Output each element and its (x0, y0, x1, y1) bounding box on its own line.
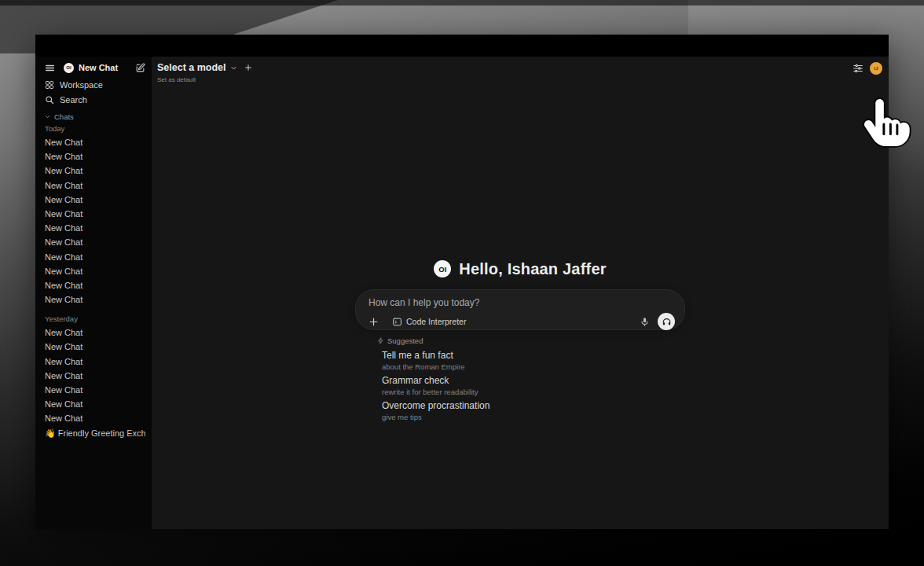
workspace-icon (45, 80, 54, 90)
sidebar-item-search[interactable]: Search (45, 92, 145, 107)
code-interpreter-label: Code Interpreter (406, 317, 466, 326)
chat-item[interactable]: New Chat (45, 250, 145, 264)
chat-group-label-today: Today (45, 123, 145, 135)
window-body: OI New Chat Workspace Search (35, 57, 889, 529)
chat-item[interactable]: New Chat (45, 411, 145, 425)
bolt-icon (377, 337, 384, 344)
composer-placeholder[interactable]: How can I help you today? (368, 297, 675, 308)
chevron-down-icon (45, 114, 50, 119)
suggested-header: Suggested (377, 335, 685, 346)
sidebar: OI New Chat Workspace Search (35, 57, 152, 529)
chat-item[interactable]: New Chat (45, 264, 145, 278)
voice-call-button[interactable] (658, 313, 675, 330)
message-composer[interactable]: How can I help you today? Code Interpret… (355, 289, 685, 330)
chat-item[interactable]: New Chat (45, 369, 145, 383)
chat-item[interactable]: New Chat (45, 193, 145, 207)
chat-item[interactable]: New Chat (45, 207, 145, 221)
chat-item[interactable]: New Chat (45, 149, 145, 164)
chat-item[interactable]: New Chat (45, 278, 145, 292)
chevron-down-icon (230, 64, 237, 72)
workspace-label: Workspace (60, 80, 103, 90)
chat-item[interactable]: New Chat (45, 135, 145, 149)
top-right-controls: IJ (852, 62, 882, 75)
chat-item[interactable]: New Chat (45, 383, 145, 397)
user-avatar[interactable]: IJ (870, 62, 882, 75)
welcome-section: OI Hello, Ishaan Jaffer How can I help y… (355, 259, 685, 421)
app-window: OI New Chat Workspace Search (35, 35, 889, 529)
chats-section-header[interactable]: Chats (45, 110, 145, 123)
app-logo: OI (64, 63, 74, 73)
suggested-label: Suggested (387, 336, 423, 345)
prompt-title: Tell me a fun fact (382, 350, 685, 361)
sidebar-title: New Chat (79, 63, 118, 72)
model-selector-label: Select a model (157, 62, 226, 73)
terminal-icon (392, 317, 402, 327)
background-shape (0, 0, 924, 6)
chats-label: Chats (54, 112, 74, 121)
code-interpreter-toggle[interactable]: Code Interpreter (392, 317, 466, 327)
chat-item[interactable]: New Chat (45, 221, 145, 235)
settings-sliders-icon[interactable] (852, 63, 864, 74)
composer-toolbar: Code Interpreter (368, 312, 675, 331)
prompt-title: Overcome procrastination (382, 400, 685, 411)
prompt-title: Grammar check (382, 375, 685, 386)
sidebar-header: OI New Chat (45, 61, 145, 74)
search-icon (45, 95, 54, 105)
sidebar-toggle-icon[interactable] (45, 63, 55, 73)
headphones-icon (662, 317, 672, 327)
new-chat-icon[interactable] (135, 63, 145, 73)
chat-item[interactable]: New Chat (45, 292, 145, 307)
chat-item[interactable]: New Chat (45, 235, 145, 249)
chat-item[interactable]: New Chat (45, 355, 145, 369)
sidebar-item-workspace[interactable]: Workspace (45, 77, 145, 92)
window-top-bar (35, 35, 889, 57)
prompt-subtitle: give me tips (382, 413, 685, 421)
add-model-icon[interactable] (244, 64, 252, 72)
chat-item[interactable]: New Chat (45, 340, 145, 354)
app-logo: OI (434, 260, 451, 277)
set-as-default-button[interactable]: Set as default (157, 76, 252, 83)
microphone-icon[interactable] (640, 317, 650, 327)
suggested-prompt[interactable]: Grammar check rewrite it for better read… (377, 375, 685, 396)
search-label: Search (60, 95, 87, 105)
chat-item[interactable]: New Chat (45, 178, 145, 193)
attach-plus-icon[interactable] (368, 317, 379, 327)
chat-item[interactable]: New Chat (45, 397, 145, 411)
suggested-prompt[interactable]: Tell me a fun fact about the Roman Empir… (377, 350, 685, 371)
model-selector-button[interactable]: Select a model (157, 62, 252, 73)
greeting-text: Hello, Ishaan Jaffer (459, 260, 606, 278)
prompt-subtitle: rewrite it for better readability (382, 388, 685, 396)
chat-group-label-yesterday: Yesterday (45, 313, 145, 325)
suggested-prompt[interactable]: Overcome procrastination give me tips (377, 400, 685, 421)
chat-item[interactable]: New Chat (45, 325, 145, 340)
suggested-section: Suggested Tell me a fun fact about the R… (355, 335, 685, 421)
greeting-row: OI Hello, Ishaan Jaffer (355, 259, 685, 278)
chat-item[interactable]: New Chat (45, 164, 145, 178)
main-area: Select a model Set as default IJ (152, 57, 889, 529)
model-selector: Select a model Set as default (157, 62, 252, 83)
screenshot-root: { "brand": { "logo_text": "OI" }, "sideb… (0, 0, 924, 566)
prompt-subtitle: about the Roman Empire (382, 362, 685, 371)
chat-item-friendly-greeting[interactable]: 👋 Friendly Greeting Exchange (45, 426, 145, 440)
